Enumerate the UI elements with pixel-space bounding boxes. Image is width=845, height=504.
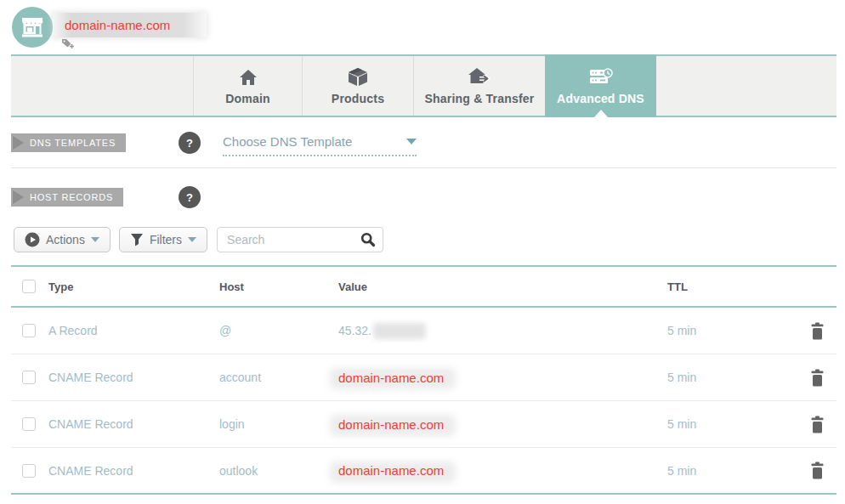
host-records-help-icon[interactable]: ? <box>179 186 201 208</box>
record-host: account <box>219 371 338 384</box>
column-header-host: Host <box>219 280 338 293</box>
delete-record-button[interactable] <box>810 322 825 340</box>
record-type: CNAME Record <box>48 417 219 431</box>
records-toolbar: Actions Filters <box>14 227 383 252</box>
tab-products[interactable]: Products <box>302 56 413 116</box>
tab-label: Domain <box>225 92 270 105</box>
record-host: outlook <box>219 464 338 478</box>
search-box <box>217 227 383 252</box>
record-host: @ <box>219 324 338 337</box>
table-row: CNAME Record outlook domain-name.com 5 m… <box>11 448 836 495</box>
tab-label: Advanced DNS <box>557 92 644 105</box>
record-ttl: 5 min <box>667 324 797 337</box>
table-row: CNAME Record account domain-name.com 5 m… <box>11 354 836 401</box>
dropdown-label: Choose DNS Template <box>223 134 352 149</box>
dns-templates-help-icon[interactable]: ? <box>179 132 201 154</box>
redaction-blur <box>373 323 426 339</box>
tab-bar: Domain Products Sharing & <box>11 54 836 117</box>
redacted-value: domain-name.com <box>338 461 444 481</box>
chevron-down-icon <box>91 237 99 242</box>
tab-label: Sharing & Transfer <box>425 92 535 105</box>
record-value: 45.32. <box>338 323 667 339</box>
record-type: A Record <box>48 324 219 337</box>
record-value-text: 45.32. <box>338 324 371 337</box>
table-row: A Record @ 45.32. 5 min <box>11 308 836 354</box>
home-icon <box>239 67 258 86</box>
tab-spacer <box>11 56 193 116</box>
tab-domain[interactable]: Domain <box>193 56 302 116</box>
record-value-text: domain-name.com <box>338 417 444 432</box>
record-ttl: 5 min <box>667 417 797 431</box>
column-header-type: Type <box>48 280 219 293</box>
add-tag-icon[interactable] <box>61 37 77 49</box>
row-checkbox[interactable] <box>22 417 36 431</box>
dns-server-icon <box>589 67 613 86</box>
column-header-value: Value <box>338 280 667 293</box>
delete-record-button[interactable] <box>810 416 825 433</box>
record-host: login <box>219 417 338 431</box>
record-ttl: 5 min <box>667 371 797 384</box>
select-all-checkbox[interactable] <box>22 280 36 293</box>
row-checkbox[interactable] <box>22 464 36 478</box>
tab-sharing-transfer[interactable]: Sharing & Transfer <box>413 56 545 116</box>
host-records-section-label: HOST RECORDS <box>11 188 123 207</box>
column-header-ttl: TTL <box>667 280 797 293</box>
section-divider <box>11 167 836 168</box>
tab-advanced-dns[interactable]: Advanced DNS <box>545 54 656 117</box>
chevron-down-icon <box>188 237 196 242</box>
section-label-text: HOST RECORDS <box>30 192 113 202</box>
row-checkbox[interactable] <box>22 324 36 337</box>
transfer-house-arrow-icon <box>468 67 491 86</box>
search-input[interactable] <box>217 227 383 252</box>
record-value-text: domain-name.com <box>338 463 444 478</box>
section-label-text: DNS TEMPLATES <box>30 138 116 148</box>
record-value: domain-name.com <box>338 367 667 388</box>
record-value: domain-name.com <box>338 414 667 434</box>
host-records-table: Type Host Value TTL A Record @ 45.32. 5 … <box>11 265 836 495</box>
trash-icon <box>810 416 825 433</box>
row-checkbox[interactable] <box>22 371 36 384</box>
record-value-text: domain-name.com <box>338 371 444 385</box>
trash-icon <box>810 369 825 387</box>
chevron-down-icon <box>406 139 417 144</box>
delete-record-button[interactable] <box>810 369 825 387</box>
storefront-icon <box>12 7 53 48</box>
delete-record-button[interactable] <box>810 462 825 479</box>
choose-dns-template-dropdown[interactable]: Choose DNS Template <box>223 134 417 156</box>
advanced-dns-page: domain-name.com Domain <box>0 0 845 504</box>
record-type: CNAME Record <box>48 464 219 478</box>
filter-funnel-icon <box>130 233 144 246</box>
table-row: CNAME Record login domain-name.com 5 min <box>11 401 836 448</box>
domain-name-redacted: domain-name.com <box>53 13 207 37</box>
dns-templates-section-label: DNS TEMPLATES <box>11 133 126 152</box>
tab-label: Products <box>332 92 384 105</box>
actions-button[interactable]: Actions <box>14 227 111 252</box>
actions-label: Actions <box>46 233 85 246</box>
tab-filler <box>656 56 836 116</box>
trash-icon <box>810 322 825 340</box>
redacted-value: domain-name.com <box>338 414 444 434</box>
filters-label: Filters <box>150 233 182 246</box>
trash-icon <box>810 462 825 479</box>
table-header-row: Type Host Value TTL <box>11 267 836 308</box>
play-circle-icon <box>25 232 40 247</box>
redacted-value: domain-name.com <box>338 367 444 388</box>
record-value: domain-name.com <box>338 461 667 481</box>
package-icon <box>348 67 368 86</box>
domain-name-text: domain-name.com <box>53 18 170 32</box>
record-ttl: 5 min <box>667 464 797 478</box>
record-type: CNAME Record <box>48 371 219 384</box>
filters-button[interactable]: Filters <box>119 227 207 252</box>
search-icon[interactable] <box>360 232 376 251</box>
